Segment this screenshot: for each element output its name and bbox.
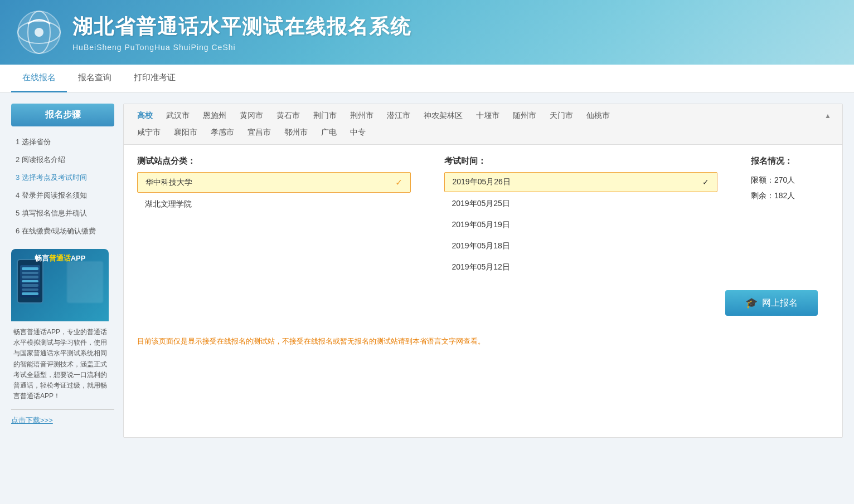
app-banner-title-overlay: 畅言普通话APP — [11, 253, 109, 263]
date-item-1[interactable]: 2019年05月26日 ✓ — [444, 172, 718, 192]
content-area: 测试站点分类： 华中科技大学 ✓ 湖北文理学院 考试时间： 2019年05月26… — [124, 145, 842, 327]
nav-item-online-reg[interactable]: 在线报名 — [11, 65, 67, 92]
header: 湖北省普通话水平测试在线报名系统 HuBeiSheng PuTongHua Sh… — [0, 0, 854, 65]
city-tab-zhongzhuan[interactable]: 中专 — [343, 125, 372, 140]
expand-icon[interactable]: ▲ — [820, 110, 836, 122]
date-item-5[interactable]: 2019年05月12日 — [444, 258, 718, 277]
station-item-hust[interactable]: 华中科技大学 ✓ — [137, 172, 411, 193]
station-label: 测试站点分类： — [137, 156, 411, 167]
logo — [17, 10, 61, 55]
city-tab-shiyan[interactable]: 十堰市 — [469, 109, 506, 123]
city-tab-jingzhou[interactable]: 荆州市 — [343, 109, 380, 123]
city-tab-xiantao[interactable]: 仙桃市 — [580, 109, 617, 123]
app-banner: 畅言普通话APP 畅言普通话APP，专业的普通话水平模拟测试与学习软件，使用与国… — [11, 249, 114, 425]
city-tab-jingmen[interactable]: 荆门市 — [307, 109, 343, 123]
city-tab-huangshi[interactable]: 黄石市 — [270, 109, 307, 123]
city-tab-huanggang[interactable]: 黄冈市 — [233, 109, 270, 123]
city-tab-qianjiang[interactable]: 潜江市 — [380, 109, 417, 123]
city-tab-yichang[interactable]: 宜昌市 — [241, 125, 278, 140]
step-item-2[interactable]: 2 阅读报名介绍 — [13, 151, 112, 169]
right-panel: 高校 武汉市 恩施州 黄冈市 黄石市 荆门市 荆州市 潜江市 神农架林区 十堰市… — [123, 104, 843, 438]
site-title: 湖北省普通话水平测试在线报名系统 — [72, 13, 411, 41]
city-tab-xianning[interactable]: 咸宁市 — [130, 125, 167, 140]
time-label: 考试时间： — [444, 156, 718, 167]
step-list: 1 选择省份 2 阅读报名介绍 3 选择考点及考试时间 4 登录并阅读报名须知 … — [11, 133, 114, 240]
city-tab-gaoxiao[interactable]: 高校 — [130, 109, 159, 123]
city-tab-xiaogan[interactable]: 孝感市 — [204, 125, 241, 140]
city-tab-ezhou[interactable]: 鄂州市 — [278, 125, 314, 140]
app-banner-image: 畅言普通话APP — [11, 249, 109, 321]
date-item-2[interactable]: 2019年05月25日 — [444, 194, 718, 213]
date-item-4[interactable]: 2019年05月18日 — [444, 237, 718, 256]
svg-point-3 — [35, 28, 43, 37]
city-tab-shennongjia[interactable]: 神农架林区 — [417, 109, 469, 123]
phone-graphic — [17, 259, 43, 304]
register-button[interactable]: 🎓 网上报名 — [725, 290, 818, 316]
register-btn-row: 🎓 网上报名 — [137, 290, 829, 316]
city-tab-suizhou[interactable]: 随州市 — [506, 109, 543, 123]
phone-right-graphic — [67, 261, 103, 303]
city-tab-guangdian[interactable]: 广电 — [314, 125, 343, 140]
city-tabs: 高校 武汉市 恩施州 黄冈市 黄石市 荆门市 荆州市 潜江市 神农架林区 十堰市… — [124, 104, 842, 145]
station-item-hbwl[interactable]: 湖北文理学院 — [137, 195, 411, 214]
sidebar-divider — [11, 409, 114, 410]
sidebar: 报名步骤 1 选择省份 2 阅读报名介绍 3 选择考点及考试时间 4 登录并阅读… — [11, 104, 114, 438]
step-item-5[interactable]: 5 填写报名信息并确认 — [13, 204, 112, 222]
city-tabs-row2: 咸宁市 襄阳市 孝感市 宜昌市 鄂州市 广电 中专 — [130, 123, 836, 140]
main-content: 报名步骤 1 选择省份 2 阅读报名介绍 3 选择考点及考试时间 4 登录并阅读… — [0, 92, 854, 449]
quota-label: 报名情况： — [751, 156, 829, 167]
nav-item-print-ticket[interactable]: 打印准考证 — [123, 65, 187, 92]
main-nav: 在线报名 报名查询 打印准考证 — [0, 65, 854, 92]
step-item-1[interactable]: 1 选择省份 — [13, 133, 112, 151]
city-tab-wuhan[interactable]: 武汉市 — [159, 109, 196, 123]
site-subtitle: HuBeiSheng PuTongHua ShuiPing CeShi — [72, 43, 411, 52]
selection-row: 测试站点分类： 华中科技大学 ✓ 湖北文理学院 考试时间： 2019年05月26… — [137, 156, 829, 279]
nav-item-reg-query[interactable]: 报名查询 — [67, 65, 123, 92]
register-icon: 🎓 — [745, 297, 758, 309]
city-tab-xiangyang[interactable]: 襄阳市 — [167, 125, 204, 140]
app-description: 畅言普通话APP，专业的普通话水平模拟测试与学习软件，使用与国家普通话水平测试系… — [11, 321, 114, 404]
notice-text: 目前该页面仅是显示接受在线报名的测试站，不接受在线报名或暂无报名的测试站请到本省… — [124, 327, 842, 359]
check-icon: ✓ — [395, 177, 402, 188]
download-link[interactable]: 点击下载>>> — [11, 416, 53, 424]
quota-limit: 限额：270人 — [751, 172, 829, 188]
city-tab-enshi[interactable]: 恩施州 — [196, 109, 233, 123]
date-item-3[interactable]: 2019年05月19日 — [444, 216, 718, 234]
date-col: 考试时间： 2019年05月26日 ✓ 2019年05月25日 2019年05月… — [444, 156, 718, 279]
step-item-4[interactable]: 4 登录并阅读报名须知 — [13, 187, 112, 204]
city-tab-tianmen[interactable]: 天门市 — [543, 109, 580, 123]
station-col: 测试站点分类： 华中科技大学 ✓ 湖北文理学院 — [137, 156, 411, 216]
date-check-icon: ✓ — [702, 178, 709, 187]
step-item-6[interactable]: 6 在线缴费/现场确认缴费 — [13, 222, 112, 240]
step-item-3[interactable]: 3 选择考点及考试时间 — [13, 169, 112, 187]
quota-col: 报名情况： 限额：270人 剩余：182人 — [751, 156, 829, 203]
header-text: 湖北省普通话水平测试在线报名系统 HuBeiSheng PuTongHua Sh… — [72, 13, 411, 52]
quota-remain: 剩余：182人 — [751, 188, 829, 203]
city-tabs-row1: 高校 武汉市 恩施州 黄冈市 黄石市 荆门市 荆州市 潜江市 神农架林区 十堰市… — [130, 109, 836, 123]
steps-button[interactable]: 报名步骤 — [11, 104, 114, 126]
